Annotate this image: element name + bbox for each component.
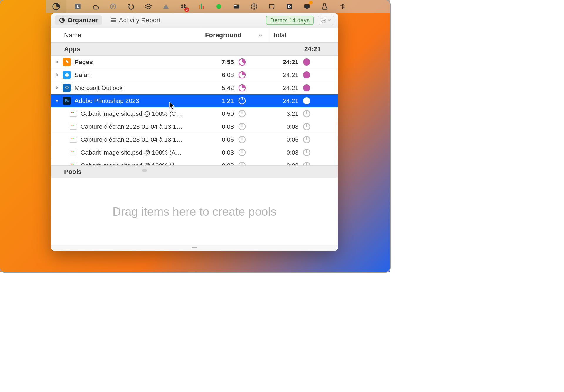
- tray-icon[interactable]: [267, 1, 277, 11]
- timer-pie-icon[interactable]: [46, 0, 66, 13]
- app-row[interactable]: ◉ Safari 6:08 24:21: [51, 68, 338, 81]
- green-dot-icon[interactable]: [214, 1, 224, 11]
- svg-text:k: k: [77, 4, 79, 9]
- total-time: 24:21: [266, 84, 301, 91]
- svg-point-12: [254, 4, 255, 6]
- p-circle-icon[interactable]: P: [108, 1, 118, 11]
- svg-rect-16: [306, 8, 308, 9]
- svg-point-28: [303, 97, 310, 104]
- document-row[interactable]: Capture d'écran 2023-01-04 à 13.1… 0:06 …: [51, 133, 338, 146]
- foreground-clock-icon: [236, 136, 248, 143]
- display-notify-icon[interactable]: [302, 1, 312, 11]
- document-row[interactable]: Gabarit image site.psd @ 100% (1… 0:02 0…: [51, 159, 338, 165]
- foreground-pie-icon: [236, 84, 248, 92]
- triangle-icon[interactable]: [161, 1, 171, 11]
- organizer-tab[interactable]: Organizer: [55, 15, 102, 25]
- accessibility-icon[interactable]: [249, 1, 259, 11]
- app-row[interactable]: O Microsoft Outlook 5:42 24:21: [51, 81, 338, 94]
- app-icon: ◉: [63, 71, 71, 79]
- document-row[interactable]: Gabarit image site.psd @ 100% (A… 0:03 0…: [51, 146, 338, 159]
- total-clock-icon: [301, 149, 313, 156]
- organizer-label: Organizer: [68, 16, 98, 24]
- svg-rect-15: [304, 4, 310, 8]
- display-notify-badge: [309, 1, 313, 4]
- partial-row: Gabarit image site.psd @ 100% (1… 0:02 0…: [51, 159, 338, 165]
- svg-rect-7: [203, 6, 204, 9]
- app-row[interactable]: ✎ Pages 7:55 24:21: [51, 56, 338, 68]
- dropbox-icon[interactable]: 2: [179, 1, 189, 11]
- splitter-handle[interactable]: [142, 169, 147, 172]
- demo-badge[interactable]: Demo: 14 days: [266, 16, 314, 25]
- app-name: Microsoft Outlook: [75, 84, 122, 91]
- pools-drop-zone[interactable]: Drag items here to create pools: [51, 178, 338, 245]
- wallet-icon[interactable]: [231, 1, 241, 11]
- ellipsis-icon: •••: [321, 18, 326, 23]
- total-clock-icon: [301, 123, 313, 130]
- total-time: 24:21: [266, 71, 301, 78]
- k-icon[interactable]: k: [73, 1, 83, 11]
- apps-section-header: Apps 24:21: [51, 43, 338, 56]
- bluetooth-icon[interactable]: [337, 1, 347, 11]
- app-window: Organizer Activity Report Demo: 14 days …: [51, 13, 338, 251]
- total-dot-icon: [301, 97, 313, 105]
- disclosure-arrow-icon[interactable]: [51, 60, 63, 64]
- total-clock-icon: [301, 110, 313, 118]
- document-name: Gabarit image site.psd @ 100% (A…: [80, 149, 182, 156]
- more-menu-button[interactable]: •••: [318, 16, 334, 25]
- foreground-clock-icon: [236, 123, 248, 130]
- document-name: Capture d'écran 2023-01-04 à 13.1…: [80, 123, 182, 130]
- undo-icon[interactable]: [126, 1, 136, 11]
- activity-report-tab[interactable]: Activity Report: [106, 15, 165, 25]
- document-name: Gabarit image site.psd @ 100% (1…: [80, 162, 181, 166]
- window-resize-bar[interactable]: [51, 245, 338, 251]
- total-time: 24:21: [266, 97, 301, 104]
- app-icon: O: [63, 84, 71, 92]
- app-row[interactable]: Ps Adobe Photoshop 2023 1:21 24:21: [51, 94, 338, 107]
- app-icon: ✎: [63, 58, 71, 66]
- stack-icon[interactable]: [143, 1, 153, 11]
- total-clock-icon: [301, 162, 313, 166]
- foreground-clock-icon: [236, 149, 248, 156]
- total-time: 24:21: [266, 58, 301, 66]
- document-row[interactable]: Gabarit image site.psd @ 100% (C… 0:50 3…: [51, 107, 338, 120]
- total-time: 0:02: [266, 162, 301, 166]
- dropbox-badge: 2: [184, 7, 189, 12]
- foreground-clock-icon: [236, 110, 248, 118]
- total-dot-icon: [301, 58, 313, 66]
- foreground-time: 6:08: [201, 71, 236, 78]
- document-icon: [70, 163, 77, 166]
- total-time: 3:21: [266, 110, 301, 117]
- apps-total-time: 24:21: [304, 45, 321, 53]
- document-row[interactable]: Capture d'écran 2023-01-04 à 13.1… 0:08 …: [51, 120, 338, 133]
- app-icon: Ps: [63, 97, 71, 105]
- foreground-time: 0:08: [201, 123, 236, 130]
- levels-icon[interactable]: [196, 1, 206, 11]
- disclosure-arrow-icon[interactable]: [51, 86, 63, 90]
- pools-hint: Drag items here to create pools: [51, 178, 338, 245]
- app-name: Safari: [75, 71, 91, 78]
- beaker-icon[interactable]: [320, 1, 330, 11]
- svg-point-8: [216, 4, 221, 9]
- creative-cloud-icon[interactable]: [90, 1, 100, 11]
- svg-rect-10: [234, 5, 237, 6]
- svg-rect-18: [111, 18, 116, 19]
- document-name: Capture d'écran 2023-01-04 à 13.1…: [80, 136, 182, 143]
- foreground-time: 0:50: [201, 110, 236, 117]
- d-icon[interactable]: D: [284, 1, 294, 11]
- svg-text:D: D: [288, 4, 291, 9]
- disclosure-arrow-icon[interactable]: [51, 99, 63, 103]
- column-foreground[interactable]: Foreground: [201, 28, 268, 42]
- foreground-time: 5:42: [201, 84, 236, 91]
- list-icon: [110, 17, 117, 24]
- document-icon: [70, 150, 77, 155]
- pools-section-header: Pools: [51, 165, 338, 178]
- column-total[interactable]: Total: [268, 28, 338, 42]
- total-dot-icon: [301, 71, 313, 79]
- toolbar: Organizer Activity Report Demo: 14 days …: [51, 13, 338, 28]
- svg-point-26: [303, 84, 310, 91]
- column-name[interactable]: Name: [51, 28, 201, 42]
- foreground-time: 0:06: [201, 136, 236, 143]
- foreground-time: 0:03: [201, 149, 236, 156]
- disclosure-arrow-icon[interactable]: [51, 73, 63, 77]
- document-icon: [70, 111, 77, 117]
